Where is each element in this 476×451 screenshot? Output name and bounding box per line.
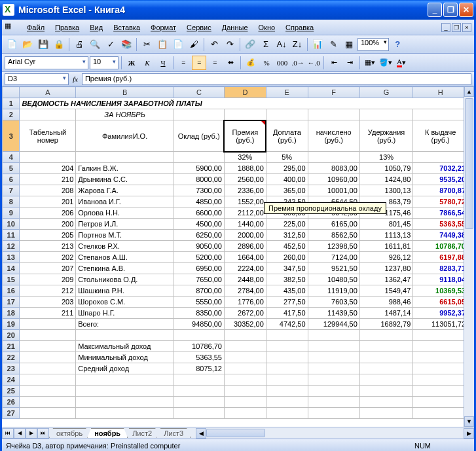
cell-f13[interactable]: 7124,00: [308, 252, 359, 263]
row-header-11[interactable]: 11: [3, 230, 20, 241]
row-header-19[interactable]: 19: [3, 319, 20, 330]
col-header-G[interactable]: G: [359, 87, 412, 98]
select-all-corner[interactable]: [3, 87, 20, 98]
paste-icon[interactable]: 📄: [171, 37, 185, 52]
undo-icon[interactable]: ↶: [207, 37, 221, 52]
cell-c5[interactable]: 5900,00: [174, 163, 224, 174]
drawing-icon[interactable]: ✎: [326, 37, 340, 52]
percent-g[interactable]: 13%: [359, 152, 412, 163]
cell-a5[interactable]: 204: [20, 163, 76, 174]
col-header-A[interactable]: A: [20, 87, 76, 98]
print-icon[interactable]: 🖨: [72, 37, 86, 52]
doc-close-button[interactable]: ×: [462, 23, 471, 32]
row-header-10[interactable]: 10: [3, 219, 20, 230]
cell-h15[interactable]: 9118,04: [413, 274, 468, 285]
cell-a16[interactable]: 212: [20, 285, 76, 297]
research-icon[interactable]: 📚: [119, 37, 134, 52]
sort-asc-icon[interactable]: A↓: [274, 37, 289, 52]
percent-d[interactable]: 32%: [224, 152, 266, 163]
comma-button[interactable]: 000: [275, 56, 289, 70]
row-header-22[interactable]: 22: [3, 352, 20, 363]
sheet-tab-ноябрь[interactable]: ноябрь: [87, 428, 128, 438]
sheet-tab-Лист2[interactable]: Лист2: [125, 428, 159, 438]
fill-color-button[interactable]: 🪣▾: [378, 56, 393, 70]
cell-a10[interactable]: 200: [20, 219, 76, 230]
fx-icon[interactable]: fx: [73, 75, 78, 83]
cell-e10[interactable]: 225,00: [266, 219, 308, 230]
cell-e6[interactable]: 400,00: [266, 174, 308, 185]
row-header-26[interactable]: 26: [3, 397, 20, 408]
worksheet-grid[interactable]: ABCDEFGH1ВЕДОМОСТЬ НАЧИСЛЕНИЯ ЗАРАБОТНОЙ…: [2, 86, 474, 427]
cell-h6[interactable]: 9535,20: [413, 174, 468, 185]
formula-bar[interactable]: Премия (руб.): [82, 73, 471, 85]
cell-f7[interactable]: 10001,00: [308, 185, 359, 196]
row-header-14[interactable]: 14: [3, 263, 20, 274]
cell-a9[interactable]: 206: [20, 207, 76, 219]
save-icon[interactable]: 💾: [36, 37, 50, 52]
cell-e17[interactable]: 277,50: [266, 297, 308, 308]
tab-first-button[interactable]: ⏮: [2, 428, 14, 439]
sheet-tab-октябрь[interactable]: октябрь: [49, 428, 90, 438]
menu-file[interactable]: Файл: [22, 22, 50, 33]
copy-icon[interactable]: 📋: [155, 37, 170, 52]
cell-b6[interactable]: Дрынкина С.С.: [76, 174, 174, 185]
cell-b13[interactable]: Степанов А.Ш.: [76, 252, 174, 263]
cell-b14[interactable]: Степкина А.В.: [76, 263, 174, 274]
cell-e11[interactable]: 312,50: [266, 230, 308, 241]
tab-last-button[interactable]: ⏭: [37, 428, 49, 439]
menu-tools[interactable]: Сервис: [181, 22, 217, 33]
cell-f16[interactable]: 11919,00: [308, 285, 359, 297]
row-header-15[interactable]: 15: [3, 274, 20, 285]
stat-value-21[interactable]: 10786,70: [174, 341, 224, 352]
cell-f5[interactable]: 8083,00: [308, 163, 359, 174]
cell-c10[interactable]: 4500,00: [174, 219, 224, 230]
align-center-button[interactable]: ≡: [192, 56, 206, 70]
borders-button[interactable]: ▦▾: [363, 56, 377, 70]
cell-d17[interactable]: 1776,00: [224, 297, 266, 308]
row-header-23[interactable]: 23: [3, 363, 20, 374]
header-f[interactable]: начислено (руб.): [308, 120, 359, 152]
menu-format[interactable]: Формат: [145, 22, 181, 33]
percent-e[interactable]: 5%: [266, 152, 308, 163]
col-header-B[interactable]: B: [76, 87, 174, 98]
scroll-up-button[interactable]: ▲: [464, 86, 474, 97]
cell-d5[interactable]: 1888,00: [224, 163, 266, 174]
row-header-8[interactable]: 8: [3, 196, 20, 207]
cell-h13[interactable]: 6197,88: [413, 252, 468, 263]
cell-c9[interactable]: 6600,00: [174, 207, 224, 219]
cell-h10[interactable]: 5363,55: [413, 219, 468, 230]
header-h[interactable]: К выдаче (руб.): [413, 120, 468, 152]
cell-h16[interactable]: 10369,53: [413, 285, 468, 297]
menu-help[interactable]: Справка: [280, 22, 319, 33]
cell-c18[interactable]: 8350,00: [174, 308, 224, 319]
row-header-9[interactable]: 9: [3, 207, 20, 219]
cell-e15[interactable]: 382,50: [266, 274, 308, 285]
cell-a7[interactable]: 208: [20, 185, 76, 196]
cell-a6[interactable]: 210: [20, 174, 76, 185]
cell-e5[interactable]: 295,00: [266, 163, 308, 174]
cell-f11[interactable]: 8562,50: [308, 230, 359, 241]
help-icon[interactable]: ?: [390, 37, 405, 52]
maximize-button[interactable]: ❐: [443, 3, 458, 17]
row-header-2[interactable]: 2: [3, 109, 20, 120]
header-e[interactable]: Доплата (руб.): [266, 120, 308, 152]
cell-c14[interactable]: 6950,00: [174, 263, 224, 274]
autosum-icon[interactable]: Σ: [259, 37, 273, 52]
cell-h5[interactable]: 7032,21: [413, 163, 468, 174]
cell-a17[interactable]: 203: [20, 297, 76, 308]
header-g[interactable]: Удержания (руб.): [359, 120, 412, 152]
table-icon[interactable]: ▦: [342, 37, 356, 52]
currency-button[interactable]: 💰: [244, 56, 258, 70]
cell-f6[interactable]: 10960,00: [308, 174, 359, 185]
cell-g17[interactable]: 988,46: [359, 297, 412, 308]
cell-h17[interactable]: 6615,05: [413, 297, 468, 308]
format-painter-icon[interactable]: 🖌: [187, 37, 201, 52]
increase-decimal-button[interactable]: .0→: [291, 56, 305, 70]
decrease-indent-button[interactable]: ⇤: [327, 56, 341, 70]
cell-a11[interactable]: 205: [20, 230, 76, 241]
cell-g5[interactable]: 1050,79: [359, 163, 412, 174]
cell-c12[interactable]: 9050,00: [174, 241, 224, 252]
preview-icon[interactable]: 🔍: [88, 37, 102, 52]
cell-a15[interactable]: 209: [20, 274, 76, 285]
cell-d14[interactable]: 2224,00: [224, 263, 266, 274]
